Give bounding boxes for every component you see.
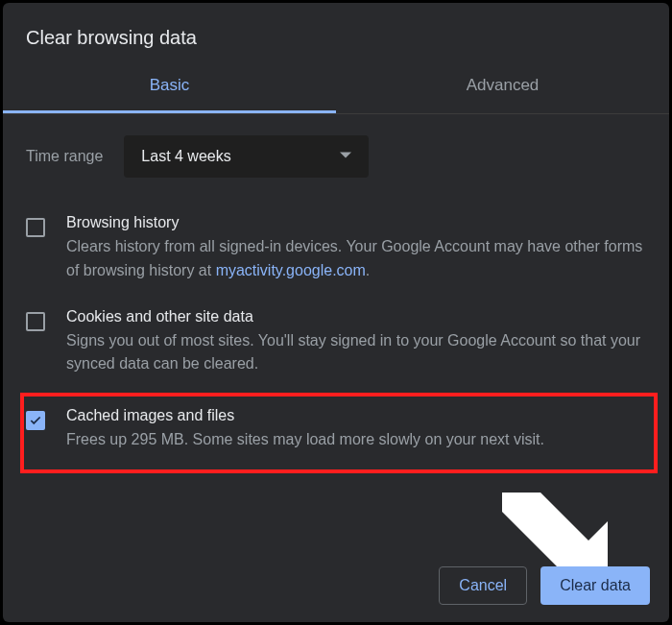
- option-desc: Clears history from all signed-in device…: [66, 235, 646, 283]
- option-cached: Cached images and files Frees up 295 MB.…: [26, 394, 646, 469]
- dialog-title: Clear browsing data: [3, 3, 669, 49]
- time-range-row: Time range Last 4 weeks: [26, 135, 646, 178]
- clear-browsing-data-dialog: Clear browsing data Basic Advanced Time …: [3, 3, 669, 622]
- checkbox-cached[interactable]: [26, 411, 45, 430]
- cancel-button[interactable]: Cancel: [439, 566, 527, 605]
- tab-basic[interactable]: Basic: [3, 76, 336, 113]
- checkbox-browsing-history[interactable]: [26, 218, 45, 237]
- tabs: Basic Advanced: [3, 76, 669, 114]
- option-browsing-history: Browsing history Clears history from all…: [26, 206, 646, 300]
- option-text: Cached images and files Frees up 295 MB.…: [66, 407, 544, 452]
- option-title: Cookies and other site data: [66, 308, 646, 325]
- option-text: Cookies and other site data Signs you ou…: [66, 308, 646, 377]
- time-range-select[interactable]: Last 4 weeks: [124, 135, 369, 178]
- option-desc: Signs you out of most sites. You'll stay…: [66, 329, 646, 377]
- option-title: Browsing history: [66, 214, 646, 231]
- time-range-value: Last 4 weeks: [141, 148, 230, 165]
- caret-down-icon: [340, 148, 351, 165]
- tab-advanced[interactable]: Advanced: [336, 76, 669, 113]
- option-title: Cached images and files: [66, 407, 544, 424]
- desc-text: .: [366, 262, 370, 278]
- myactivity-link[interactable]: myactivity.google.com: [216, 262, 366, 278]
- dialog-body: Time range Last 4 weeks Browsing history…: [3, 114, 669, 469]
- option-desc: Frees up 295 MB. Some sites may load mor…: [66, 428, 544, 452]
- checkbox-cookies[interactable]: [26, 312, 45, 331]
- time-range-label: Time range: [26, 148, 103, 165]
- dialog-footer: Cancel Clear data: [439, 566, 650, 605]
- option-cookies: Cookies and other site data Signs you ou…: [26, 300, 646, 395]
- option-text: Browsing history Clears history from all…: [66, 214, 646, 283]
- clear-data-button[interactable]: Clear data: [540, 566, 650, 605]
